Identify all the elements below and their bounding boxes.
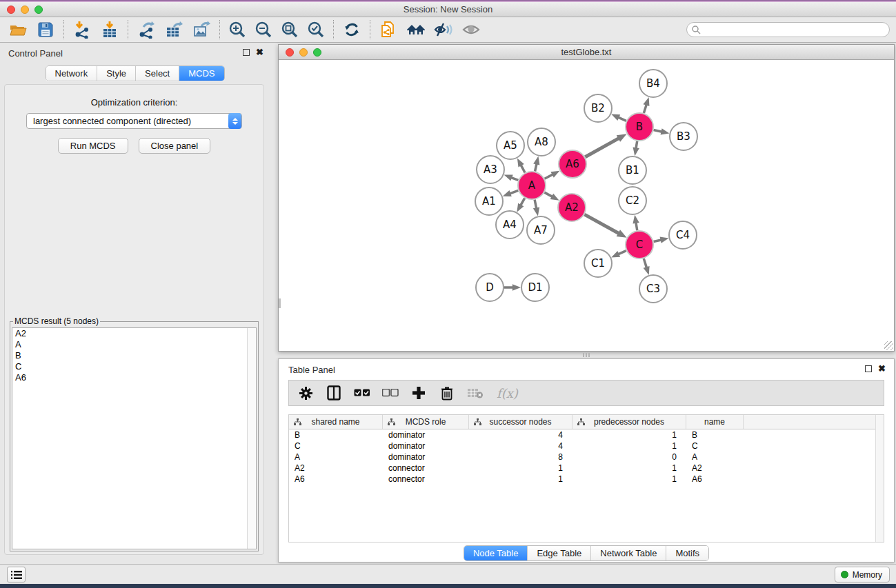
edge-arrowhead-icon	[533, 207, 539, 216]
table-panel: Table Panel ✖	[278, 358, 895, 562]
table-row[interactable]: Bdominator41B	[289, 429, 884, 440]
import-network-button[interactable]	[68, 19, 96, 41]
canvas-scroll-nub[interactable]	[279, 298, 281, 308]
zoom-out-button[interactable]	[250, 19, 277, 41]
zoom-fit-icon	[281, 21, 299, 39]
minimize-network-button[interactable]	[299, 48, 308, 57]
column-header-shared-name[interactable]: shared name	[289, 415, 383, 429]
resize-grip-icon[interactable]	[884, 341, 893, 350]
create-column-button[interactable]	[410, 385, 427, 401]
columns-icon	[327, 385, 341, 401]
graph-edge-A6-B[interactable]	[585, 138, 620, 157]
delete-column-button[interactable]	[439, 385, 455, 401]
graph-edge-A2-C[interactable]	[584, 214, 619, 234]
close-panel-icon[interactable]: ✖	[256, 49, 263, 56]
close-network-button[interactable]	[286, 48, 294, 57]
open-folder-icon	[9, 21, 27, 39]
first-neighbors-button[interactable]	[402, 19, 430, 41]
node-label-B: B	[636, 121, 643, 133]
zoom-in-icon	[228, 21, 247, 39]
minimize-window-button[interactable]	[21, 6, 29, 14]
homes-icon	[406, 21, 426, 39]
run-mcds-button[interactable]: Run MCDS	[58, 138, 128, 154]
memory-button[interactable]: Memory	[835, 567, 890, 582]
task-history-button[interactable]	[7, 567, 26, 582]
zoom-in-button[interactable]	[224, 19, 250, 41]
list-icon	[11, 570, 22, 580]
column-header-MCDS-role[interactable]: MCDS role	[383, 415, 469, 429]
edge-arrowhead-icon	[504, 174, 513, 181]
mcds-result-item[interactable]: A2	[12, 328, 256, 339]
cell-predecessor-nodes: 0	[573, 452, 686, 463]
cell-name: A6	[686, 474, 744, 485]
zoom-window-button[interactable]	[34, 6, 43, 14]
tab-mcds[interactable]: MCDS	[179, 66, 223, 81]
search-field-wrap	[686, 22, 890, 37]
optimization-criterion-label: Optimization criterion:	[5, 97, 263, 108]
node-label-A8: A8	[535, 136, 548, 148]
function-builder-button-disabled: f(x)	[497, 386, 518, 401]
import-table-icon	[101, 21, 119, 39]
desktop: Session: New Session	[0, 0, 896, 588]
show-column-button[interactable]	[326, 385, 342, 401]
cell-MCDS-role: connector	[383, 474, 469, 485]
list-scrollbar[interactable]	[247, 328, 256, 549]
mcds-result-item[interactable]: B	[12, 350, 256, 361]
table-row[interactable]: A6connector11A6	[289, 474, 884, 485]
column-header-predecessor-nodes[interactable]: predecessor nodes	[573, 415, 686, 429]
zoom-network-button[interactable]	[313, 48, 321, 57]
select-all-columns-button[interactable]	[354, 385, 370, 401]
tab-network[interactable]: Network	[46, 66, 97, 81]
table-row[interactable]: A2connector11A2	[289, 463, 884, 474]
close-window-button[interactable]	[7, 6, 15, 14]
close-table-panel-icon[interactable]: ✖	[878, 365, 886, 372]
mcds-result-item[interactable]: C	[12, 361, 256, 372]
node-label-B2: B2	[591, 102, 605, 114]
cell-predecessor-nodes: 1	[573, 440, 686, 452]
edge-arrowhead-icon	[644, 266, 650, 275]
clone-network-button[interactable]	[375, 19, 402, 41]
tab-network-table[interactable]: Network Table	[591, 546, 666, 560]
edge-arrowhead-icon	[611, 114, 620, 121]
search-input[interactable]	[686, 22, 890, 37]
close-panel-button[interactable]: Close panel	[139, 138, 211, 154]
export-table-button[interactable]	[160, 19, 188, 41]
tab-edge-table[interactable]: Edge Table	[528, 546, 591, 560]
network-canvas[interactable]: AA1A2A3A4A5A6A7A8BB1B2B3B4CC1C2C3C4DD1	[279, 60, 894, 351]
tab-motifs[interactable]: Motifs	[666, 546, 708, 560]
zoom-selected-button[interactable]	[303, 19, 329, 41]
toolbar-separator	[333, 20, 334, 39]
tab-node-table[interactable]: Node Table	[464, 546, 528, 560]
save-session-button[interactable]	[32, 19, 59, 41]
export-image-icon	[192, 21, 210, 39]
export-table-icon	[165, 21, 183, 39]
float-panel-icon[interactable]	[243, 49, 250, 56]
optimization-criterion-select[interactable]: largest connected component (directed)	[26, 113, 242, 129]
show-details-button[interactable]	[457, 19, 485, 41]
column-header-name[interactable]: name	[686, 415, 744, 429]
toolbar-separator	[219, 20, 220, 39]
open-session-button[interactable]	[4, 19, 32, 41]
export-image-button[interactable]	[188, 19, 215, 41]
mcds-result-item[interactable]: A6	[12, 372, 256, 383]
mcds-result-item[interactable]: A	[12, 339, 256, 350]
table-body: Bdominator41BCdominator41CAdominator80AA…	[289, 429, 884, 485]
table-settings-button[interactable]	[297, 385, 314, 401]
table-scrollbar[interactable]	[875, 415, 884, 542]
network-window-titlebar[interactable]: testGlobe.txt	[279, 45, 894, 60]
apply-layout-button[interactable]	[338, 19, 366, 41]
hide-details-button[interactable]	[430, 19, 457, 41]
import-table-button[interactable]	[96, 19, 123, 41]
float-table-panel-icon[interactable]	[865, 365, 872, 372]
tab-select[interactable]: Select	[136, 66, 179, 81]
tab-style[interactable]: Style	[97, 66, 136, 81]
splitter-grip-icon[interactable]	[583, 353, 590, 357]
table-row[interactable]: Cdominator41C	[289, 440, 884, 452]
table-panel-title: Table Panel	[288, 365, 335, 375]
column-header-successor-nodes[interactable]: successor nodes	[469, 415, 573, 429]
unselect-all-columns-button[interactable]	[382, 385, 399, 401]
zoom-fit-button[interactable]	[277, 19, 303, 41]
table-row[interactable]: Adominator80A	[289, 452, 884, 463]
cell-name: A2	[686, 463, 744, 474]
export-network-button[interactable]	[132, 19, 160, 41]
